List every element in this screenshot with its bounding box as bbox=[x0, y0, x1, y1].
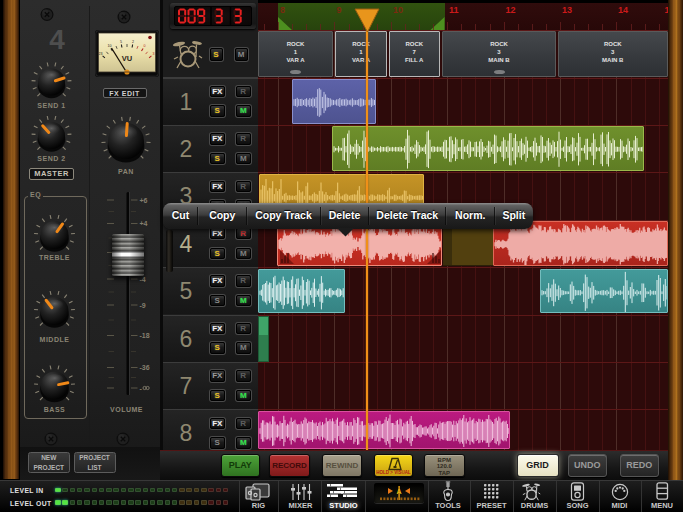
svg-text:-18: -18 bbox=[140, 332, 150, 339]
svg-text:5: 5 bbox=[120, 40, 122, 44]
svg-text:+4: +4 bbox=[140, 220, 148, 227]
svg-text:VU: VU bbox=[122, 54, 132, 63]
svg-text:23: 23 bbox=[99, 52, 103, 56]
svg-text:-4: -4 bbox=[140, 276, 146, 283]
svg-text:-9: -9 bbox=[140, 302, 146, 309]
svg-text:0: 0 bbox=[143, 44, 145, 48]
svg-text:-36: -36 bbox=[140, 364, 150, 371]
svg-text:10: 10 bbox=[108, 44, 112, 48]
svg-text:2: 2 bbox=[132, 40, 134, 44]
svg-text:3: 3 bbox=[152, 52, 154, 56]
svg-text:+6: +6 bbox=[140, 197, 148, 204]
svg-text:-: - bbox=[140, 385, 143, 392]
